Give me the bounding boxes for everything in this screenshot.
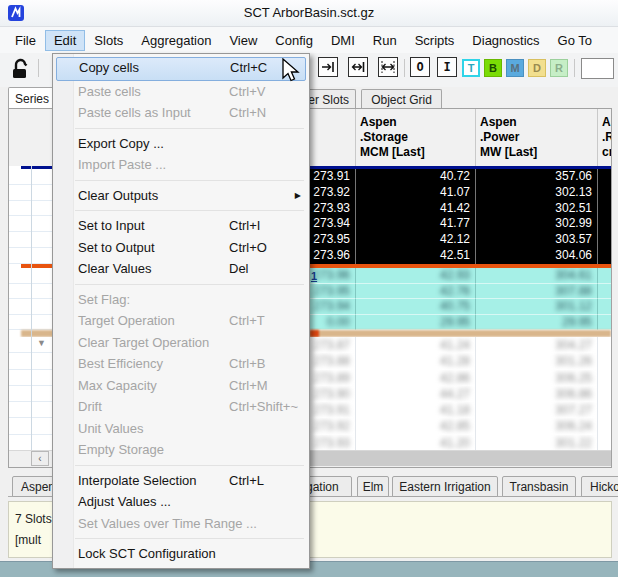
expand-columns-icon[interactable] (378, 57, 398, 77)
input-flag-button[interactable]: I (437, 57, 457, 77)
menu-item-set-to-input[interactable]: Set to InputCtrl+I (53, 215, 309, 237)
value-cell[interactable] (597, 353, 611, 369)
menu-diagnostics[interactable]: Diagnostics (463, 30, 548, 51)
value-cell[interactable]: 41.77 (355, 216, 475, 232)
value-cell[interactable] (597, 284, 611, 300)
menu-item-set-flag[interactable]: Set Flag: (53, 289, 309, 311)
value-cell[interactable] (597, 370, 611, 386)
resize-column-icon[interactable] (348, 57, 368, 77)
value-cell[interactable]: 307.88 (475, 284, 597, 300)
value-cell[interactable]: 44.27 (355, 386, 475, 402)
search-input[interactable] (581, 58, 614, 79)
value-cell[interactable]: 301.26 (475, 353, 597, 369)
value-cell[interactable]: 29.95 (475, 315, 597, 331)
value-cell[interactable] (597, 299, 611, 315)
value-cell[interactable]: 40.75 (355, 299, 475, 315)
value-cell[interactable]: 303.57 (475, 232, 597, 248)
column-header-aspen-storage[interactable]: Aspen .Storage MCM [Last] (355, 109, 475, 166)
value-cell[interactable]: 42.76 (355, 284, 475, 300)
menu-item-clear-target-operation[interactable]: Clear Target Operation (53, 332, 309, 354)
menu-item-clear-values[interactable]: Clear ValuesDel (53, 258, 309, 280)
value-cell[interactable]: 306.25 (475, 370, 597, 386)
value-cell[interactable] (597, 216, 611, 232)
menu-aggregation[interactable]: Aggregation (132, 30, 220, 51)
value-cell[interactable]: 41.20 (355, 435, 475, 451)
fit-column-right-icon[interactable] (318, 57, 338, 77)
menu-run[interactable]: Run (364, 30, 406, 51)
menu-scripts[interactable]: Scripts (406, 30, 464, 51)
menu-slots[interactable]: Slots (85, 30, 132, 51)
value-cell[interactable] (597, 185, 611, 201)
best-efficiency-flag-button[interactable]: B (484, 59, 502, 77)
value-cell[interactable] (597, 268, 611, 284)
value-cell[interactable]: 29.95 (355, 315, 475, 331)
value-cell[interactable]: 41.42 (355, 201, 475, 217)
value-cell[interactable]: 42.51 (355, 248, 475, 264)
value-cell[interactable]: 41.18 (355, 402, 475, 418)
menu-item-set-to-output[interactable]: Set to OutputCtrl+O (53, 237, 309, 259)
value-cell[interactable]: 302.13 (475, 185, 597, 201)
column-header-aspen-power[interactable]: Aspen .Power MW [Last] (475, 109, 597, 166)
menu-item-max-capacity[interactable]: Max CapacityCtrl+M (53, 375, 309, 397)
object-tab-elm[interactable]: Elm (357, 476, 389, 497)
value-cell[interactable]: 301.22 (475, 435, 597, 451)
value-cell[interactable] (597, 232, 611, 248)
value-cell[interactable]: 302.51 (475, 201, 597, 217)
drift-flag-button[interactable]: D (528, 59, 546, 77)
menu-item-set-values-over-time-range[interactable]: Set Values over Time Range ... (53, 513, 309, 535)
value-cell[interactable]: 306.24 (475, 418, 597, 434)
value-cell[interactable]: 42.12 (355, 232, 475, 248)
scroll-left-arrow-icon[interactable]: ‹ (31, 451, 49, 466)
value-cell[interactable]: 304.61 (475, 268, 597, 284)
menu-item-copy-cells[interactable]: Copy cellsCtrl+C (56, 57, 306, 81)
menu-item-export-copy[interactable]: Export Copy ... (53, 133, 309, 155)
unlock-icon[interactable] (8, 57, 32, 81)
value-cell[interactable]: 42.86 (355, 370, 475, 386)
menu-item-adjust-values[interactable]: Adjust Values ... (53, 491, 309, 513)
menu-item-best-efficiency[interactable]: Best EfficiencyCtrl+B (53, 353, 309, 375)
max-capacity-flag-button[interactable]: M (506, 59, 524, 77)
value-cell[interactable] (597, 315, 611, 331)
value-cell[interactable] (597, 402, 611, 418)
value-cell[interactable] (597, 386, 611, 402)
value-cell[interactable]: 304.27 (475, 337, 597, 353)
menu-item-paste-cells-as-input[interactable]: Paste cells as InputCtrl+N (53, 102, 309, 124)
menu-view[interactable]: View (220, 30, 266, 51)
value-cell[interactable] (597, 248, 611, 264)
value-cell[interactable]: 41.07 (355, 185, 475, 201)
menu-item-unit-values[interactable]: Unit Values (53, 418, 309, 440)
value-cell[interactable]: 41.28 (355, 353, 475, 369)
menu-item-target-operation[interactable]: Target OperationCtrl+T (53, 310, 309, 332)
value-cell[interactable] (597, 169, 611, 185)
value-cell[interactable]: 306.86 (475, 386, 597, 402)
value-cell[interactable]: 42.93 (355, 268, 475, 284)
value-cell[interactable] (597, 418, 611, 434)
value-cell[interactable]: 40.72 (355, 169, 475, 185)
value-cell[interactable]: 307.27 (475, 402, 597, 418)
value-cell[interactable] (597, 337, 611, 353)
value-cell[interactable]: 301.12 (475, 299, 597, 315)
value-cell[interactable] (597, 435, 611, 451)
tab-object-grid[interactable]: Object Grid (361, 89, 442, 109)
menu-item-interpolate-selection[interactable]: Interpolate SelectionCtrl+L (53, 470, 309, 492)
output-flag-button[interactable]: O (410, 57, 430, 77)
value-cell[interactable]: 304.06 (475, 248, 597, 264)
value-cell[interactable]: 302.99 (475, 216, 597, 232)
object-tab-hickory[interactable]: Hickory (581, 476, 618, 497)
menu-dmi[interactable]: DMI (322, 30, 364, 51)
object-tab-transbasin[interactable]: Transbasin (502, 476, 576, 497)
value-cell[interactable]: 42.85 (355, 418, 475, 434)
column-header-clipped[interactable]: Asp .Re cms (597, 109, 611, 166)
value-cell[interactable] (597, 201, 611, 217)
menu-config[interactable]: Config (266, 30, 322, 51)
menu-item-lock-sct-configuration[interactable]: Lock SCT Configuration (53, 543, 309, 565)
menu-item-import-paste[interactable]: Import Paste ... (53, 154, 309, 176)
menu-edit[interactable]: Edit (45, 30, 85, 51)
value-cell[interactable]: 357.06 (475, 169, 597, 185)
menu-item-empty-storage[interactable]: Empty Storage (53, 439, 309, 461)
object-tab-eastern-irrigation[interactable]: Eastern Irrigation (392, 476, 498, 497)
menu-goto[interactable]: Go To (549, 30, 601, 51)
menu-item-paste-cells[interactable]: Paste cellsCtrl+V (53, 81, 309, 103)
menu-file[interactable]: File (6, 30, 45, 51)
title-bar[interactable]: SCT ArborBasin.sct.gz (0, 0, 618, 27)
